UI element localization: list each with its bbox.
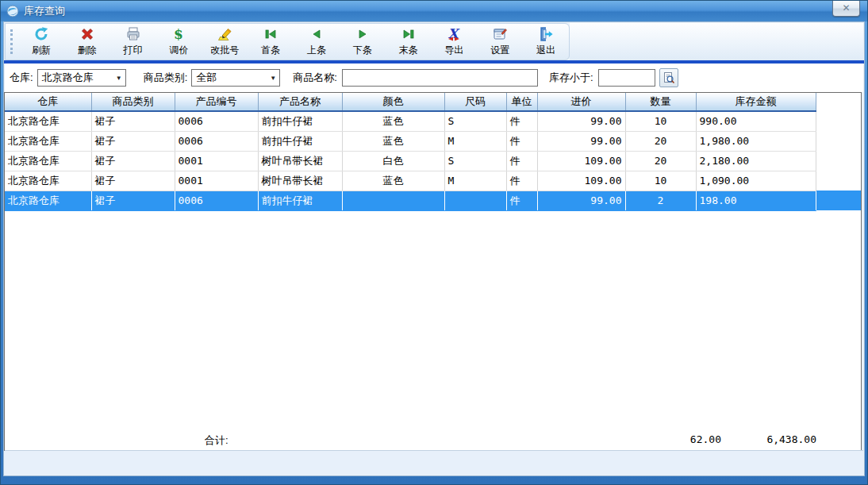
cell-product-name[interactable]: 前扣牛仔裙	[258, 111, 342, 131]
cell-warehouse[interactable]: 北京路仓库	[5, 171, 91, 191]
cell-product-code[interactable]: 0006	[175, 131, 258, 151]
cell-color[interactable]: 蓝色	[342, 131, 444, 151]
cell-quantity[interactable]: 20	[625, 151, 696, 171]
refresh-button[interactable]: 刷新	[18, 25, 64, 60]
toolbar-label: 末条	[399, 44, 418, 57]
col-header-size[interactable]: 尺码	[444, 93, 506, 111]
window-content: 刷新 删除 打印 $	[3, 21, 865, 476]
cell-category[interactable]: 裙子	[91, 171, 175, 191]
svg-text:$: $	[174, 26, 183, 42]
settings-button[interactable]: 设置	[477, 25, 523, 60]
cell-warehouse[interactable]: 北京路仓库	[5, 191, 91, 210]
cell-unit[interactable]: 件	[506, 191, 537, 210]
cell-warehouse[interactable]: 北京路仓库	[5, 111, 91, 131]
cell-stock-amount[interactable]: 198.00	[696, 191, 816, 210]
toolbar-label: 导出	[444, 44, 463, 57]
cell-category[interactable]: 裙子	[91, 151, 175, 171]
warehouse-select[interactable]: 北京路仓库 ▼	[37, 69, 126, 87]
cell-unit[interactable]: 件	[506, 131, 537, 151]
cell-product-code[interactable]: 0006	[175, 191, 258, 210]
table-row[interactable]: 北京路仓库 裙子 0006 前扣牛仔裙 蓝色 S 件 99.00 10 990.…	[5, 111, 861, 131]
close-button[interactable]: ✕	[832, 1, 860, 17]
change-batch-button[interactable]: 改批号	[202, 25, 248, 60]
table-row-selected[interactable]: 北京路仓库 裙子 0006 前扣牛仔裙 件 99.00 2 198.00	[5, 191, 861, 210]
cell-quantity[interactable]: 2	[625, 191, 696, 210]
cell-stock-amount[interactable]: 1,980.00	[696, 131, 816, 151]
cell-size[interactable]: S	[444, 151, 506, 171]
cell-purchase-price[interactable]: 99.00	[537, 111, 625, 131]
cell-warehouse[interactable]: 北京路仓库	[5, 151, 91, 171]
delete-button[interactable]: 删除	[64, 25, 110, 60]
cell-category[interactable]: 裙子	[91, 191, 175, 210]
cell-unit[interactable]: 件	[506, 111, 537, 131]
cell-purchase-price[interactable]: 99.00	[537, 191, 625, 210]
col-header-unit[interactable]: 单位	[506, 93, 537, 111]
col-header-category[interactable]: 商品类别	[91, 93, 175, 111]
toolbar-label: 下条	[353, 44, 372, 57]
col-header-stock-amount[interactable]: 库存金额	[696, 93, 816, 111]
change-batch-icon	[217, 26, 232, 42]
cell-color[interactable]: 蓝色	[342, 171, 444, 191]
previous-record-button[interactable]: 上条	[294, 25, 340, 60]
table-row[interactable]: 北京路仓库 裙子 0001 树叶吊带长裙 白色 S 件 109.00 20 2,…	[5, 151, 861, 171]
cell-purchase-price[interactable]: 109.00	[537, 151, 625, 171]
cell-category[interactable]: 裙子	[91, 131, 175, 151]
cell-purchase-price[interactable]: 109.00	[537, 171, 625, 191]
toolbar-gripper[interactable]	[10, 29, 13, 54]
cell-unit[interactable]: 件	[506, 171, 537, 191]
exit-icon	[538, 26, 554, 42]
cell-warehouse[interactable]: 北京路仓库	[5, 131, 91, 151]
cell-product-code[interactable]: 0001	[175, 171, 258, 191]
titlebar: 库存查询 ✕	[1, 1, 867, 21]
exit-button[interactable]: 退出	[523, 25, 569, 60]
cell-stock-amount[interactable]: 990.00	[696, 111, 816, 131]
cell-size[interactable]: M	[444, 131, 506, 151]
stock-less-than-input[interactable]	[598, 69, 655, 87]
table-row[interactable]: 北京路仓库 裙子 0001 树叶吊带长裙 蓝色 M 件 109.00 10 1,…	[5, 171, 861, 191]
print-button[interactable]: 打印	[110, 25, 156, 60]
cell-product-code[interactable]: 0006	[175, 111, 258, 131]
cell-color[interactable]: 白色	[342, 151, 444, 171]
col-header-warehouse[interactable]: 仓库	[5, 93, 91, 111]
cell-stock-amount[interactable]: 2,180.00	[696, 151, 816, 171]
first-record-button[interactable]: 首条	[248, 25, 294, 60]
cell-product-code[interactable]: 0001	[175, 151, 258, 171]
category-select[interactable]: 全部 ▼	[191, 69, 280, 87]
cell-color[interactable]: 蓝色	[342, 111, 444, 131]
adjust-price-button[interactable]: $ 调价	[156, 25, 202, 60]
first-record-icon	[263, 26, 278, 42]
product-name-input[interactable]	[342, 69, 538, 87]
cell-size[interactable]: S	[444, 111, 506, 131]
cell-size[interactable]	[444, 191, 506, 210]
stock-less-than-label: 库存小于:	[549, 71, 593, 85]
col-header-purchase-price[interactable]: 进价	[537, 93, 625, 111]
cell-product-name[interactable]: 树叶吊带长裙	[258, 151, 342, 171]
col-header-color[interactable]: 颜色	[342, 93, 444, 111]
cell-unit[interactable]: 件	[506, 151, 537, 171]
table-row[interactable]: 北京路仓库 裙子 0006 前扣牛仔裙 蓝色 M 件 99.00 20 1,98…	[5, 131, 861, 151]
cell-product-name[interactable]: 前扣牛仔裙	[258, 191, 342, 210]
cell-color[interactable]	[342, 191, 444, 210]
col-header-product-code[interactable]: 产品编号	[175, 93, 258, 111]
toolbar-label: 改批号	[210, 44, 239, 57]
cell-product-name[interactable]: 前扣牛仔裙	[258, 131, 342, 151]
col-header-product-name[interactable]: 产品名称	[258, 93, 342, 111]
search-button[interactable]	[659, 68, 678, 87]
last-record-button[interactable]: 末条	[386, 25, 432, 60]
cell-purchase-price[interactable]: 99.00	[537, 131, 625, 151]
search-icon	[663, 71, 675, 84]
app-globe-icon	[6, 5, 19, 17]
next-record-button[interactable]: 下条	[340, 25, 386, 60]
cell-quantity[interactable]: 10	[625, 111, 696, 131]
cell-category[interactable]: 裙子	[91, 111, 175, 131]
cell-stock-amount[interactable]: 1,090.00	[696, 171, 816, 191]
settings-icon	[492, 26, 508, 42]
export-button[interactable]: X 导出	[431, 25, 477, 60]
cell-quantity[interactable]: 20	[625, 131, 696, 151]
toolbar-label: 删除	[78, 44, 97, 57]
category-selected-value: 全部	[196, 71, 217, 85]
cell-quantity[interactable]: 10	[625, 171, 696, 191]
cell-product-name[interactable]: 树叶吊带长裙	[258, 171, 342, 191]
col-header-quantity[interactable]: 数量	[625, 93, 696, 111]
cell-size[interactable]: M	[444, 171, 506, 191]
